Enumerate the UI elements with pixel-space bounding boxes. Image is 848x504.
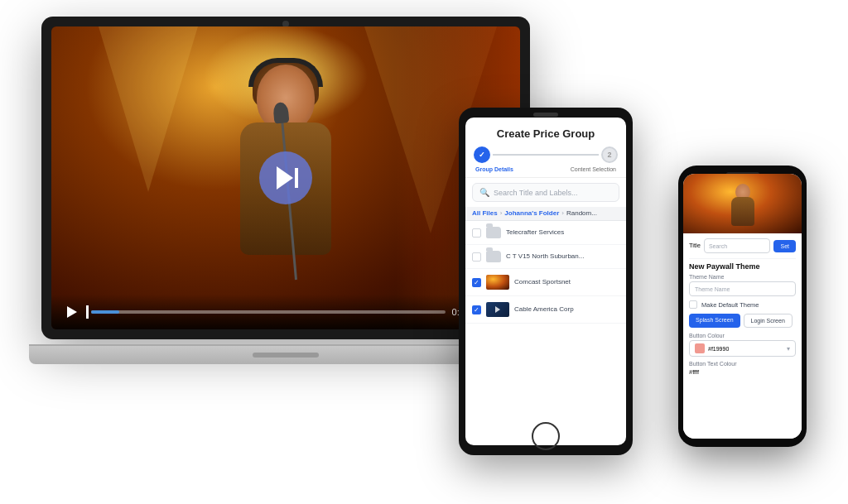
laptop-screen: 0:15 🔊 ⬡ bbox=[51, 26, 520, 329]
laptop-device: 0:15 🔊 ⬡ bbox=[41, 17, 530, 364]
phone-make-default-row: Make Default Theme bbox=[689, 300, 796, 309]
phone-make-default-checkbox[interactable] bbox=[689, 300, 697, 309]
phone-button-colour-select[interactable]: #f19990 ▾ bbox=[689, 340, 796, 357]
breadcrumb-row: All Files › Johanna's Folder › Random... bbox=[465, 207, 626, 221]
tablet-dialog-title: Create Price Group bbox=[474, 127, 618, 140]
item-label: Cable America Corp bbox=[514, 305, 574, 314]
list-item[interactable]: Telecrafter Services bbox=[465, 221, 626, 245]
phone-login-screen-button[interactable]: Login Screen bbox=[744, 314, 793, 328]
phone-performer-body bbox=[731, 197, 754, 226]
phone-theme-name-placeholder: Theme Name bbox=[695, 286, 730, 292]
breadcrumb-all-files[interactable]: All Files bbox=[472, 209, 498, 217]
tablet-device: Create Price Group ✓ 2 Group Details Con… bbox=[459, 108, 633, 455]
phone-title-input[interactable]: Search bbox=[704, 238, 771, 253]
phone-title-row: Title Search Set bbox=[689, 238, 796, 253]
scene: 0:15 🔊 ⬡ Create Price Group ✓ 2 bbox=[0, 0, 848, 504]
chevron-down-icon: ▾ bbox=[787, 345, 790, 353]
colour-row: #f19990 bbox=[695, 343, 729, 353]
colour-swatch bbox=[695, 343, 705, 353]
phone-title-placeholder: Search bbox=[709, 243, 727, 249]
wizard-connector bbox=[493, 154, 599, 156]
phone-screen: Title Search Set New Paywall Theme Theme… bbox=[683, 174, 802, 439]
breadcrumb-separator-1: › bbox=[500, 209, 503, 217]
wizard-labels: Group Details Content Selection bbox=[474, 166, 618, 172]
breadcrumb-folder[interactable]: Johanna's Folder bbox=[504, 209, 559, 217]
wizard-label-group-details: Group Details bbox=[475, 166, 513, 172]
item-label: Comcast Sportsnet bbox=[514, 278, 571, 286]
laptop-screen-frame: 0:15 🔊 ⬡ bbox=[41, 17, 530, 339]
phone-text-colour-label: Button Text Colour bbox=[689, 361, 796, 367]
folder-icon bbox=[486, 227, 501, 238]
phone-button-colour-label: Button Colour bbox=[689, 333, 796, 338]
phone-hero-image bbox=[683, 174, 802, 233]
video-play-small-button[interactable] bbox=[63, 304, 80, 320]
list-item[interactable]: ✓ Comcast Sportsnet bbox=[465, 269, 626, 296]
phone-device: Title Search Set New Paywall Theme Theme… bbox=[678, 166, 807, 447]
item-checkbox[interactable] bbox=[472, 228, 481, 238]
wizard-step-2[interactable]: 2 bbox=[601, 146, 618, 163]
thumbnail-image bbox=[486, 275, 509, 290]
phone-title-label: Title bbox=[689, 242, 701, 249]
breadcrumb-separator-2: › bbox=[561, 209, 564, 217]
spotlight-left bbox=[99, 26, 198, 192]
button-colour-value: #f19990 bbox=[708, 346, 729, 352]
phone-make-default-label: Make Default Theme bbox=[701, 301, 759, 309]
list-item[interactable]: C T V15 North Suburban... bbox=[465, 245, 626, 269]
wizard-step-1[interactable]: ✓ bbox=[474, 146, 490, 163]
video-play-button[interactable] bbox=[259, 151, 312, 204]
phone-content-area: Title Search Set New Paywall Theme Theme… bbox=[683, 233, 802, 439]
phone-theme-name-input[interactable]: Theme Name bbox=[689, 281, 796, 296]
play-skip-icon bbox=[274, 166, 298, 190]
item-checkbox[interactable] bbox=[472, 252, 481, 262]
thumbnail-image bbox=[486, 302, 509, 317]
progress-fill bbox=[91, 310, 119, 314]
item-checkbox-checked[interactable]: ✓ bbox=[472, 278, 481, 287]
folder-icon bbox=[486, 251, 501, 262]
breadcrumb-sub[interactable]: Random... bbox=[566, 209, 597, 217]
wizard-steps: ✓ 2 bbox=[474, 146, 618, 163]
phone-screen-type-buttons: Splash Screen Login Screen bbox=[689, 314, 796, 328]
play-icon-small bbox=[67, 306, 77, 318]
search-icon: 🔍 bbox=[479, 188, 489, 197]
divider bbox=[689, 258, 796, 259]
phone-splash-screen-button[interactable]: Splash Screen bbox=[689, 314, 740, 328]
video-thumbnail bbox=[486, 302, 509, 317]
phone-theme-name-label: Theme Name bbox=[689, 274, 796, 280]
wizard-label-content-selection: Content Selection bbox=[571, 166, 616, 172]
search-placeholder-text: Search Title and Labels... bbox=[494, 189, 578, 197]
phone-text-colour-value: #ffff bbox=[689, 368, 796, 376]
list-item[interactable]: ✓ Cable America Corp bbox=[465, 296, 626, 324]
tablet-screen: Create Price Group ✓ 2 Group Details Con… bbox=[465, 118, 626, 445]
item-checkbox-checked[interactable]: ✓ bbox=[472, 305, 481, 314]
video-progress-bar[interactable] bbox=[91, 310, 446, 314]
tablet-file-list: Telecrafter Services C T V15 North Subur… bbox=[465, 221, 626, 445]
tablet-search-bar[interactable]: 🔍 Search Title and Labels... bbox=[472, 183, 619, 202]
video-thumbnail bbox=[486, 275, 509, 290]
phone-set-button[interactable]: Set bbox=[773, 240, 796, 252]
item-label: C T V15 North Suburban... bbox=[506, 252, 584, 261]
video-controls-bar: 0:15 🔊 ⬡ bbox=[51, 295, 520, 329]
play-triangle bbox=[277, 166, 293, 190]
phone-performer bbox=[726, 184, 759, 233]
phone-section-title: New Paywall Theme bbox=[689, 262, 796, 271]
item-label: Telecrafter Services bbox=[506, 228, 564, 237]
skip-bar bbox=[295, 168, 298, 188]
skip-bar-small bbox=[86, 305, 89, 319]
tablet-header: Create Price Group ✓ 2 Group Details Con… bbox=[465, 118, 626, 178]
thumbnail-play-icon bbox=[495, 306, 500, 313]
